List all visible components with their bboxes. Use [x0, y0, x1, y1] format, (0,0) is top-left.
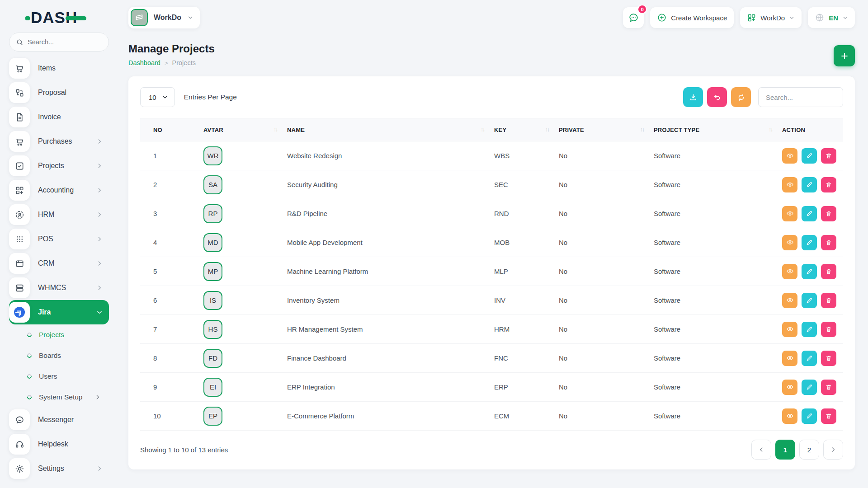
sidebar-item[interactable]: Items: [9, 56, 109, 80]
view-button[interactable]: [782, 235, 797, 250]
view-button[interactable]: [782, 380, 797, 395]
edit-button[interactable]: [802, 408, 817, 424]
view-button[interactable]: [782, 206, 797, 221]
trash-icon: [825, 152, 832, 160]
sort-icon[interactable]: ↑↓: [769, 127, 772, 133]
table-header-row: NO AVTAR ↑↓ NAME ↑↓ KEY ↑↓ PRIVATE ↑↓ PR…: [140, 118, 843, 141]
delete-button[interactable]: [821, 351, 836, 366]
view-button[interactable]: [782, 408, 797, 424]
sidebar-item-label: CRM: [38, 259, 54, 267]
sidebar-item[interactable]: Accounting: [9, 178, 109, 202]
project-avatar: HS: [203, 320, 222, 339]
delete-button[interactable]: [821, 408, 836, 424]
export-button[interactable]: [683, 87, 703, 107]
edit-button[interactable]: [802, 351, 817, 366]
sidebar-item[interactable]: Invoice: [9, 105, 109, 129]
sidebar-item[interactable]: CRM: [9, 251, 109, 276]
delete-button[interactable]: [821, 235, 836, 250]
breadcrumb-separator-icon: >: [165, 60, 168, 66]
sidebar-search-input[interactable]: [28, 38, 91, 46]
sidebar-item[interactable]: Proposal: [9, 80, 109, 105]
edit-button[interactable]: [802, 380, 817, 395]
sidebar-item[interactable]: POS: [9, 227, 109, 251]
sort-icon[interactable]: ↑↓: [274, 127, 277, 133]
invoice-icon: [9, 107, 30, 127]
sidebar-subitem[interactable]: Users: [9, 366, 109, 387]
sidebar-search[interactable]: [9, 33, 109, 52]
sidebar-item[interactable]: Purchases: [9, 129, 109, 154]
delete-button[interactable]: [821, 177, 836, 192]
table-search-input[interactable]: [758, 87, 843, 107]
pagination-next-button[interactable]: [823, 440, 843, 460]
undo-button[interactable]: [707, 87, 727, 107]
create-workspace-button[interactable]: Create Workspace: [650, 7, 734, 28]
main-content: WorkDo 0 Create Workspace WorkDo: [115, 0, 868, 488]
pagination-page-button[interactable]: 1: [775, 440, 795, 460]
language-selector[interactable]: EN: [808, 7, 855, 28]
cell-name: Finance Dashboard: [287, 354, 494, 362]
chevron-down-icon: [842, 15, 848, 21]
sidebar-subitem[interactable]: Projects: [9, 324, 109, 345]
edit-button[interactable]: [802, 206, 817, 221]
pencil-icon: [806, 355, 813, 362]
eye-icon: [786, 267, 794, 275]
cell-no: 1: [140, 152, 203, 160]
refresh-button[interactable]: [731, 87, 751, 107]
edit-button[interactable]: [802, 264, 817, 279]
add-project-button[interactable]: [834, 45, 855, 66]
sidebar-item[interactable]: Messenger: [9, 408, 109, 432]
view-button[interactable]: [782, 264, 797, 279]
sidebar-subitem[interactable]: Boards: [9, 345, 109, 366]
sidebar-item[interactable]: Helpdesk: [9, 432, 109, 456]
delete-button[interactable]: [821, 206, 836, 221]
edit-button[interactable]: [802, 322, 817, 337]
pagination-page-button[interactable]: 2: [799, 440, 819, 460]
delete-button[interactable]: [821, 148, 836, 164]
view-button[interactable]: [782, 351, 797, 366]
sidebar-nav: Items Proposal Invoice Purchases Project…: [9, 56, 109, 481]
sidebar-item[interactable]: HRM: [9, 202, 109, 227]
pos-icon: [9, 229, 30, 249]
sidebar-item[interactable]: Jira: [9, 300, 109, 324]
cell-name: Mobile App Development: [287, 239, 494, 246]
view-button[interactable]: [782, 322, 797, 337]
delete-button[interactable]: [821, 380, 836, 395]
edit-button[interactable]: [802, 177, 817, 192]
edit-button[interactable]: [802, 235, 817, 250]
chevron-icon: [96, 211, 103, 218]
sidebar-subitem[interactable]: System Setup: [9, 387, 109, 408]
cell-name: Machine Learning Platform: [287, 267, 494, 275]
workdo-menu-button[interactable]: WorkDo: [740, 7, 802, 28]
sidebar-item[interactable]: Settings: [9, 456, 109, 481]
brand-logo[interactable]: DASH: [9, 7, 109, 28]
view-button[interactable]: [782, 293, 797, 308]
entries-per-page-select[interactable]: 10: [140, 87, 175, 107]
sort-icon[interactable]: ↑↓: [545, 127, 549, 133]
sidebar-item[interactable]: Projects: [9, 154, 109, 178]
sort-icon[interactable]: ↑↓: [640, 127, 644, 133]
proposal-icon: [9, 82, 30, 103]
chevron-down-icon: [162, 94, 168, 100]
workspace-selector[interactable]: WorkDo: [128, 7, 200, 28]
column-label: AVTAR: [203, 127, 223, 133]
sort-icon[interactable]: ↑↓: [481, 127, 484, 133]
sidebar-item[interactable]: WHMCS: [9, 276, 109, 300]
trash-icon: [825, 268, 832, 275]
project-avatar: MP: [203, 262, 222, 281]
delete-button[interactable]: [821, 293, 836, 308]
pagination-prev-button[interactable]: [751, 440, 771, 460]
cell-actions: [782, 177, 843, 192]
view-button[interactable]: [782, 148, 797, 164]
edit-button[interactable]: [802, 148, 817, 164]
purchases-icon: [9, 131, 30, 152]
project-avatar: EP: [203, 407, 222, 426]
table-row: 4 MD Mobile App Development MOB No Softw…: [140, 228, 843, 257]
view-button[interactable]: [782, 177, 797, 192]
edit-button[interactable]: [802, 293, 817, 308]
messages-button[interactable]: 0: [623, 7, 644, 28]
breadcrumb-dashboard-link[interactable]: Dashboard: [128, 59, 160, 66]
delete-button[interactable]: [821, 322, 836, 337]
pencil-icon: [806, 210, 813, 217]
eye-icon: [786, 383, 794, 391]
delete-button[interactable]: [821, 264, 836, 279]
